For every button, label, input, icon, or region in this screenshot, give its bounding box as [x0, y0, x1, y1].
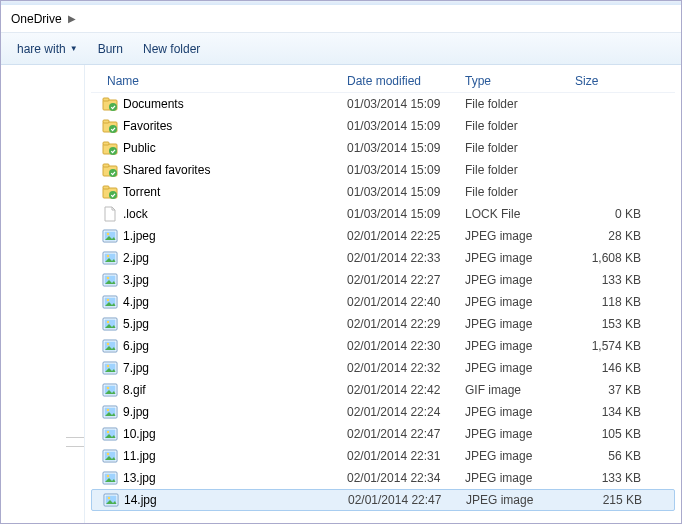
file-type: JPEG image	[465, 273, 575, 287]
file-date: 01/03/2014 15:09	[347, 97, 465, 111]
file-type: JPEG image	[465, 405, 575, 419]
svg-point-44	[107, 431, 109, 433]
file-date: 01/03/2014 15:09	[347, 119, 465, 133]
burn-button[interactable]: Burn	[88, 38, 133, 60]
table-row[interactable]: Documents01/03/2014 15:09File folder	[91, 93, 675, 115]
column-header-name[interactable]: Name	[91, 74, 347, 88]
table-row[interactable]: 11.jpg02/01/2014 22:31JPEG image56 KB	[91, 445, 675, 467]
table-row[interactable]: 10.jpg02/01/2014 22:47JPEG image105 KB	[91, 423, 675, 445]
table-row[interactable]: Public01/03/2014 15:09File folder	[91, 137, 675, 159]
share-with-button[interactable]: hare with ▼	[7, 38, 88, 60]
file-name: 13.jpg	[123, 471, 347, 485]
table-row[interactable]: 14.jpg02/01/2014 22:47JPEG image215 KB	[91, 489, 675, 511]
file-size: 134 KB	[575, 405, 643, 419]
file-type: File folder	[465, 119, 575, 133]
table-row[interactable]: Shared favorites01/03/2014 15:09File fol…	[91, 159, 675, 181]
svg-rect-7	[103, 142, 109, 145]
file-size: 105 KB	[575, 427, 643, 441]
table-row[interactable]: 1.jpeg02/01/2014 22:25JPEG image28 KB	[91, 225, 675, 247]
chevron-right-icon[interactable]: ▶	[68, 13, 76, 24]
toolbar: hare with ▼ Burn New folder	[1, 33, 681, 65]
content-area: Name Date modified Type Size Documents01…	[1, 65, 681, 523]
svg-point-32	[107, 343, 109, 345]
file-name: 2.jpg	[123, 251, 347, 265]
svg-point-2	[109, 103, 117, 111]
table-row[interactable]: 7.jpg02/01/2014 22:32JPEG image146 KB	[91, 357, 675, 379]
address-bar[interactable]: OneDrive ▶	[1, 5, 681, 33]
table-row[interactable]: 13.jpg02/01/2014 22:34JPEG image133 KB	[91, 467, 675, 489]
file-date: 02/01/2014 22:31	[347, 449, 465, 463]
table-row[interactable]: 4.jpg02/01/2014 22:40JPEG image118 KB	[91, 291, 675, 313]
svg-point-50	[107, 475, 109, 477]
file-name: 7.jpg	[123, 361, 347, 375]
file-type: JPEG image	[465, 295, 575, 309]
column-headers: Name Date modified Type Size	[91, 69, 675, 93]
svg-point-14	[109, 191, 117, 199]
file-name: 10.jpg	[123, 427, 347, 441]
file-type: LOCK File	[465, 207, 575, 221]
column-header-size[interactable]: Size	[575, 74, 645, 88]
file-type: JPEG image	[465, 229, 575, 243]
image-icon	[101, 227, 119, 245]
chevron-down-icon: ▼	[70, 44, 78, 53]
folder-sync-icon	[101, 183, 119, 201]
svg-rect-10	[103, 164, 109, 167]
navigation-pane[interactable]	[1, 65, 85, 523]
file-name: 14.jpg	[124, 493, 348, 507]
table-row[interactable]: 5.jpg02/01/2014 22:29JPEG image153 KB	[91, 313, 675, 335]
file-name: 5.jpg	[123, 317, 347, 331]
breadcrumb-segment[interactable]: OneDrive	[7, 10, 66, 28]
new-folder-button[interactable]: New folder	[133, 38, 210, 60]
file-date: 02/01/2014 22:32	[347, 361, 465, 375]
explorer-window: OneDrive ▶ hare with ▼ Burn New folder N…	[0, 0, 682, 524]
file-name: 1.jpeg	[123, 229, 347, 243]
table-row[interactable]: .lock01/03/2014 15:09LOCK File0 KB	[91, 203, 675, 225]
svg-rect-4	[103, 120, 109, 123]
file-date: 02/01/2014 22:25	[347, 229, 465, 243]
file-name: 11.jpg	[123, 449, 347, 463]
table-row[interactable]: 6.jpg02/01/2014 22:30JPEG image1,574 KB	[91, 335, 675, 357]
table-row[interactable]: Favorites01/03/2014 15:09File folder	[91, 115, 675, 137]
file-type: File folder	[465, 185, 575, 199]
file-name: Public	[123, 141, 347, 155]
image-icon	[101, 425, 119, 443]
file-size: 133 KB	[575, 273, 643, 287]
table-row[interactable]: 8.gif02/01/2014 22:42GIF image37 KB	[91, 379, 675, 401]
table-row[interactable]: 9.jpg02/01/2014 22:24JPEG image134 KB	[91, 401, 675, 423]
new-folder-label: New folder	[143, 42, 200, 56]
file-size: 133 KB	[575, 471, 643, 485]
svg-point-20	[107, 255, 109, 257]
file-type: GIF image	[465, 383, 575, 397]
file-date: 02/01/2014 22:33	[347, 251, 465, 265]
table-row[interactable]: 3.jpg02/01/2014 22:27JPEG image133 KB	[91, 269, 675, 291]
file-size: 146 KB	[575, 361, 643, 375]
file-date: 02/01/2014 22:34	[347, 471, 465, 485]
file-date: 02/01/2014 22:42	[347, 383, 465, 397]
file-size: 153 KB	[575, 317, 643, 331]
svg-point-23	[107, 277, 109, 279]
image-icon	[101, 447, 119, 465]
file-list[interactable]: Name Date modified Type Size Documents01…	[85, 65, 681, 523]
column-header-type[interactable]: Type	[465, 74, 575, 88]
svg-point-41	[107, 409, 109, 411]
file-type: JPEG image	[465, 317, 575, 331]
file-size: 1,608 KB	[575, 251, 643, 265]
file-size: 0 KB	[575, 207, 643, 221]
file-name: 8.gif	[123, 383, 347, 397]
svg-point-11	[109, 169, 117, 177]
file-date: 02/01/2014 22:29	[347, 317, 465, 331]
table-row[interactable]: 2.jpg02/01/2014 22:33JPEG image1,608 KB	[91, 247, 675, 269]
file-size: 1,574 KB	[575, 339, 643, 353]
svg-point-35	[107, 365, 109, 367]
svg-point-29	[107, 321, 109, 323]
svg-rect-1	[103, 98, 109, 101]
file-icon	[101, 205, 119, 223]
folder-sync-icon	[101, 139, 119, 157]
file-date: 01/03/2014 15:09	[347, 141, 465, 155]
file-date: 02/01/2014 22:47	[347, 427, 465, 441]
file-type: File folder	[465, 97, 575, 111]
svg-rect-13	[103, 186, 109, 189]
column-header-date[interactable]: Date modified	[347, 74, 465, 88]
image-icon	[101, 315, 119, 333]
table-row[interactable]: Torrent01/03/2014 15:09File folder	[91, 181, 675, 203]
